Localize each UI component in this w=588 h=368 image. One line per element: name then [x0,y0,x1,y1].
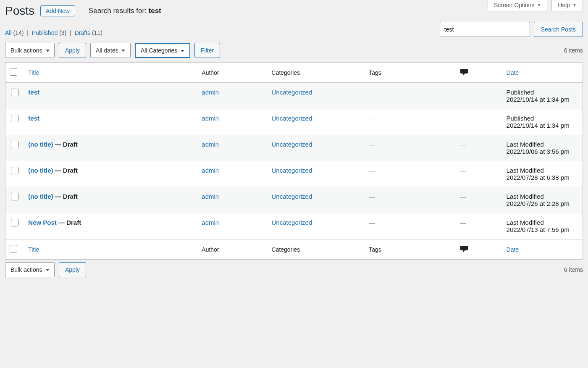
col-categories-foot: Categories [272,246,300,253]
tags-value: — [369,167,375,174]
col-date-foot[interactable]: Date [507,246,519,253]
date-status: Last Modified [507,167,544,174]
select-all-top[interactable] [10,68,17,76]
comments-value: — [460,193,466,200]
filter-button[interactable]: Filter [194,43,220,58]
date-status: Last Modified [507,193,544,200]
search-input[interactable] [440,22,530,37]
apply-button[interactable]: Apply [59,43,86,58]
col-title-foot[interactable]: Title [28,246,39,253]
comments-value: — [460,219,466,226]
post-title-link[interactable]: (no title) [28,167,53,174]
category-link[interactable]: Uncategorized [272,89,312,96]
filter-drafts-count: (11) [92,29,102,36]
author-link[interactable]: admin [202,167,219,174]
row-checkbox[interactable] [11,167,18,174]
comments-value: — [460,115,466,122]
post-title-link[interactable]: (no title) [28,141,53,148]
author-link[interactable]: admin [202,115,219,122]
posts-table: Title Author Categories Tags Date test a… [5,62,583,260]
row-checkbox[interactable] [11,193,18,200]
col-title[interactable]: Title [28,69,39,76]
date-string: 2022/10/14 at 1:34 pm [507,122,570,129]
comments-value: — [460,141,466,148]
comments-value: — [460,89,466,96]
comments-icon [460,247,468,254]
date-string: 2022/07/26 at 2:28 pm [507,200,570,207]
select-all-bottom[interactable] [10,245,17,252]
date-string: 2022/07/28 at 6:38 pm [507,174,570,181]
table-row: (no title) — Draft admin Uncategorized —… [5,187,583,213]
filter-published[interactable]: Published [32,29,58,36]
col-date[interactable]: Date [507,69,519,76]
filter-all-count: (14) [13,29,24,36]
post-title-link[interactable]: test [28,89,39,96]
help-label: Help [558,2,570,8]
date-status: Last Modified [507,219,544,226]
page-title: Posts [5,4,34,18]
table-row: test admin Uncategorized — — Published 2… [5,109,583,135]
filter-all[interactable]: All [5,29,12,36]
date-status: Last Modified [507,141,544,148]
col-tags-foot: Tags [369,246,381,253]
category-link[interactable]: Uncategorized [272,219,312,226]
post-status-filters: All (14) | Published (3) | Drafts (11) [5,29,102,36]
post-title-link[interactable]: test [28,115,39,122]
date-status: Published [507,115,534,122]
row-checkbox[interactable] [11,115,18,122]
bulk-actions-select[interactable]: Bulk actions [5,43,55,58]
table-row: (no title) — Draft admin Uncategorized —… [5,135,583,161]
row-checkbox[interactable] [11,219,18,226]
tags-value: — [369,89,375,96]
col-categories: Categories [272,69,300,76]
tags-value: — [369,193,375,200]
date-filter-select[interactable]: All dates [90,43,131,58]
items-count-bottom: 6 items [564,266,583,273]
tags-value: — [369,141,375,148]
category-filter-select[interactable]: All Categories [135,43,190,58]
table-row: New Post — Draft admin Uncategorized — —… [5,213,583,239]
category-link[interactable]: Uncategorized [272,193,312,200]
add-new-button[interactable]: Add New [40,5,75,16]
post-state: Draft [63,193,78,200]
apply-button-bottom[interactable]: Apply [59,262,86,277]
row-checkbox[interactable] [11,89,18,96]
filter-drafts[interactable]: Drafts [75,29,90,36]
date-string: 2022/10/14 at 1:34 pm [507,96,570,103]
tags-value: — [369,219,375,226]
chevron-down-icon: ▼ [572,3,577,8]
chevron-down-icon: ▼ [537,3,541,8]
screen-options-tab[interactable]: Screen Options ▼ [488,0,547,11]
bulk-actions-select-bottom[interactable]: Bulk actions [5,262,55,277]
filter-published-count: (3) [59,29,66,36]
date-string: 2022/10/06 at 3:56 pm [507,148,570,155]
col-author: Author [202,69,219,76]
table-row: test admin Uncategorized — — Published 2… [5,83,583,109]
col-author-foot: Author [202,246,219,253]
post-state: Draft [66,219,81,226]
author-link[interactable]: admin [202,193,219,200]
author-link[interactable]: admin [202,141,219,148]
post-title-link[interactable]: New Post [28,219,57,226]
tags-value: — [369,115,375,122]
post-state: Draft [63,167,78,174]
help-tab[interactable]: Help ▼ [551,0,583,11]
search-results-subtitle: Search results for: test [89,7,161,15]
items-count-top: 6 items [564,47,583,54]
category-link[interactable]: Uncategorized [272,141,312,148]
author-link[interactable]: admin [202,219,219,226]
screen-options-label: Screen Options [494,2,535,8]
comments-icon [460,71,468,77]
post-title-link[interactable]: (no title) [28,193,53,200]
comments-value: — [460,167,466,174]
row-checkbox[interactable] [11,141,18,148]
author-link[interactable]: admin [202,89,219,96]
category-link[interactable]: Uncategorized [272,167,312,174]
date-string: 2022/07/13 at 7:56 pm [507,226,570,233]
search-posts-button[interactable]: Search Posts [534,22,583,37]
post-state: Draft [63,141,78,148]
col-tags: Tags [369,69,381,76]
date-status: Published [507,89,534,96]
category-link[interactable]: Uncategorized [272,115,312,122]
table-row: (no title) — Draft admin Uncategorized —… [5,161,583,187]
